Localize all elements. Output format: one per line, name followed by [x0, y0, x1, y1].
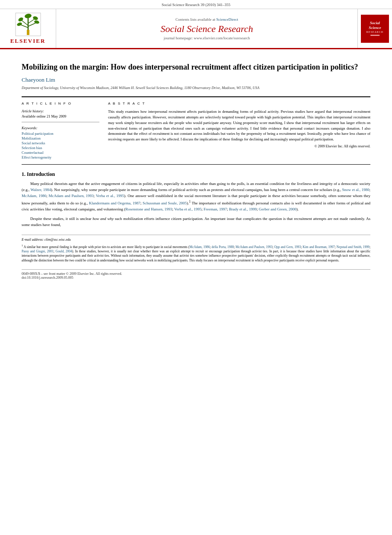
fn-ref-mcadam: McAdam, 1986 [189, 245, 210, 248]
email-address: clim@ssc.wisc.edu [45, 238, 71, 242]
elsevier-logo: ELSEVIER [10, 13, 46, 45]
article-info-column: A R T I C L E I N F O Article history: A… [22, 102, 99, 160]
italic-how-why: how and why [92, 217, 114, 221]
abstract-text: This study examines how interpersonal re… [108, 109, 370, 142]
elsevier-brand-text: ELSEVIER [10, 38, 46, 45]
ref-brady: Brady et al., 1999 [229, 207, 257, 211]
fn-ref-mcadam-paulsen: McAdam and Paulsen, 1993 [236, 245, 272, 248]
ref-mcadam-1986: McAdam, 1986 [22, 194, 46, 198]
bottom-text-2: doi:10.1016/j.ssresearch.2009.05.005 [22, 276, 370, 280]
email-label: E-mail address: [22, 238, 44, 242]
ref-gerber: Gerber and Green, 2000 [259, 207, 296, 211]
footnote-1-text: 1 A similar but more general finding is … [22, 244, 370, 263]
fn-ref-passy: Passy and Giugni, 2001 [22, 249, 54, 253]
ref-mcadam-paulsen: McAdam and Paulsen, 1993 [49, 194, 94, 198]
page-container: Social Science Research 39 (2010) 341–35… [0, 0, 392, 535]
intro-paragraph-2: Despite these studies, it still is uncle… [22, 216, 370, 228]
keywords-list: Political participation Mobilization Soc… [22, 131, 99, 159]
keyword-2: Mobilization [22, 136, 99, 140]
bottom-bar: 0049-089X/$ – see front matter © 2009 El… [22, 269, 370, 280]
journal-header-center: Contents lists available at ScienceDirec… [56, 9, 357, 48]
introduction-section: 1. Introduction Many political theorists… [22, 171, 370, 228]
article-title: Mobilizing on the margin: How does inter… [22, 62, 370, 72]
ref-freeman: Freeman, 1997 [204, 207, 227, 211]
keyword-6: Effect heterogeneity [22, 155, 99, 159]
fn-ref-opp: Opp and Gern, 1993 [274, 245, 301, 248]
footnote-number: 1 [22, 244, 23, 247]
fn-ref-kim: Kim and Bearman, 1997 [303, 245, 335, 248]
journal-reference-text: Social Science Research 39 (2010) 341–35… [162, 3, 230, 7]
svg-point-9 [16, 22, 22, 27]
keyword-5: Counterfactual [22, 150, 99, 155]
svg-line-4 [20, 25, 28, 28]
footnote-email: E-mail address: clim@ssc.wisc.edu [22, 238, 370, 242]
abstract-label: A B S T R A C T [108, 102, 370, 105]
journal-header: ELSEVIER Contents lists available at Sci… [0, 9, 392, 49]
social-science-badge: SocialScience RESEARCH ■■■■■■■ [361, 15, 389, 43]
sciencedirect-link[interactable]: ScienceDirect [217, 17, 238, 22]
journal-reference-bar: Social Science Research 39 (2010) 341–35… [0, 0, 392, 9]
svg-rect-0 [27, 30, 29, 35]
article-info-label: A R T I C L E I N F O [22, 102, 99, 105]
copyright-line: © 2009 Elsevier Inc. All rights reserved… [108, 144, 370, 148]
footnote-area: E-mail address: clim@ssc.wisc.edu 1 A si… [22, 235, 370, 263]
keywords-label: Keywords: [22, 126, 99, 130]
ref-schussman: Schussman and Soule, 2005 [143, 201, 187, 205]
badge-title: SocialScience [369, 21, 381, 30]
journal-homepage: journal homepage: www.elsevier.com/locat… [164, 36, 250, 40]
available-online: Available online 21 May 2009 [22, 114, 99, 118]
svg-line-2 [22, 20, 28, 25]
author-name: Chaeyoon Lim [22, 76, 370, 83]
svg-line-3 [28, 19, 35, 23]
article-info-abstract-section: A R T I C L E I N F O Article history: A… [22, 96, 370, 165]
ref-verba-1995: Verba et al., 1995 [96, 194, 124, 198]
info-divider [22, 122, 99, 122]
badge-subtitle: RESEARCH [367, 31, 383, 33]
intro-paragraph-1: Many political theorists agree that the … [22, 181, 370, 213]
fn-ref-nepstad: Nepstad and Smith, 1999 [337, 245, 370, 248]
contents-available-line: Contents lists available at ScienceDirec… [175, 17, 238, 22]
fn-ref-gould: Gould, 2004 [55, 249, 72, 253]
svg-line-5 [28, 23, 36, 26]
keyword-4: Selection bias [22, 146, 99, 150]
ref-verba-2: Verba et al., 1995 [174, 207, 201, 211]
history-label: Article history: [22, 109, 99, 113]
section-title: 1. Introduction [22, 171, 370, 178]
journal-title: Social Science Research [160, 23, 253, 35]
ref-snow: Snow et al., 1980 [342, 188, 370, 192]
badge-decoration: ■■■■■■■ [370, 34, 379, 36]
elsevier-logo-section: ELSEVIER [0, 9, 56, 48]
fn-ref-dellaporta: della Porta, 1988 [212, 245, 234, 248]
keyword-3: Social networks [22, 141, 99, 145]
keyword-1: Political participation [22, 131, 99, 136]
elsevier-tree-icon [15, 13, 41, 36]
journal-badge-section: SocialScience RESEARCH ■■■■■■■ [357, 9, 392, 48]
bottom-text-1: 0049-089X/$ – see front matter © 2009 El… [22, 272, 370, 276]
svg-point-6 [24, 13, 32, 19]
contents-text: Contents lists available at [175, 17, 215, 22]
ref-walzer: Walzer, 1984 [30, 188, 51, 192]
abstract-column: A B S T R A C T This study examines how … [108, 102, 370, 160]
ref-klandermans: Klandermans and Oegema, 1987 [89, 201, 140, 205]
author-affiliation: Department of Sociology, University of W… [22, 86, 370, 90]
ref-rosenstone: Rosenstone and Hansen, 1993 [125, 207, 172, 211]
main-content: Mobilizing on the margin: How does inter… [0, 49, 392, 288]
